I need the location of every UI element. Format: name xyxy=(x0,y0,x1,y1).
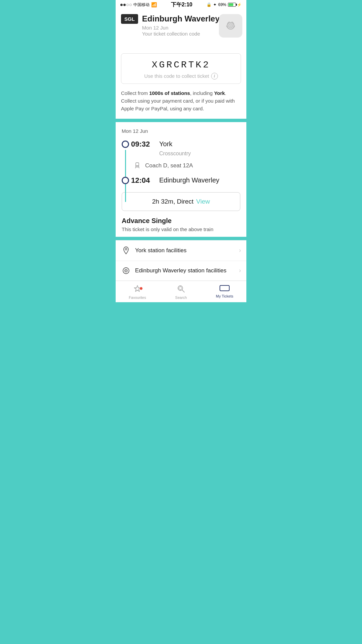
seat-detail: Coach D, seat 12A xyxy=(145,162,193,169)
svg-point-1 xyxy=(229,24,233,28)
svg-line-6 xyxy=(139,167,139,168)
york-pin-icon-wrap xyxy=(121,247,131,255)
facilities-section: York station facilities › Edinburgh Wave… xyxy=(116,240,246,281)
seat-icon xyxy=(134,161,142,169)
journey-timeline: 09:32 York Crosscountry Coach D, seat 12… xyxy=(122,139,240,186)
battery-box xyxy=(228,3,236,7)
departure-dot xyxy=(122,141,129,148)
arrival-time: 12:04 xyxy=(131,176,155,185)
collection-code[interactable]: XGRCRTK2 xyxy=(127,60,235,70)
york-pin-icon xyxy=(123,247,129,255)
svg-rect-17 xyxy=(220,285,229,291)
status-left: 中国移动 📶 xyxy=(120,2,157,8)
ticket-type: Advance Single xyxy=(122,217,240,225)
nav-item-favourites[interactable]: Favourites xyxy=(116,281,159,302)
battery-tip xyxy=(236,4,237,6)
seat-info-row: Coach D, seat 12A xyxy=(131,161,240,170)
info-icon[interactable]: i xyxy=(211,73,218,79)
journey-operator: Crosscountry xyxy=(159,151,240,157)
nav-item-search[interactable]: Search xyxy=(159,281,203,302)
ticket-badge: SGL xyxy=(121,14,138,24)
edinburgh-target-icon xyxy=(122,267,130,274)
departure-time: 09:32 xyxy=(131,140,155,149)
arrival-dot xyxy=(122,177,129,184)
status-time: 下午2:10 xyxy=(171,1,192,8)
svg-line-5 xyxy=(135,167,136,168)
fingerprint-icon[interactable] xyxy=(219,14,242,38)
svg-point-7 xyxy=(125,248,127,250)
favourites-badge xyxy=(139,287,143,290)
facility-row-edinburgh[interactable]: Edinburgh Waverley station facilities › xyxy=(116,261,246,281)
collection-code-box: XGRCRTK2 Use this code to collect ticket… xyxy=(121,53,241,84)
favourites-label: Favourites xyxy=(129,296,146,300)
battery-indicator: ⚡ xyxy=(228,3,242,7)
my-tickets-icon-wrap xyxy=(220,284,230,293)
svg-rect-4 xyxy=(136,166,139,167)
ticket-icon xyxy=(220,284,230,292)
journey-section: Mon 12 Jun 09:32 York Crosscountry xyxy=(116,122,246,237)
search-icon-wrap xyxy=(177,284,185,294)
signal-dot-3 xyxy=(126,4,129,6)
bottom-nav: Favourites Search My Tickets xyxy=(116,281,246,302)
header-top: SGL Edinburgh Waverley Mon 12 Jun Your t… xyxy=(121,14,241,37)
ticket-type-section: Advance Single This ticket is only valid… xyxy=(122,211,240,237)
main-wrapper: SGL Edinburgh Waverley Mon 12 Jun Your t… xyxy=(116,9,246,281)
fingerprint-svg xyxy=(223,18,238,33)
nav-item-my-tickets[interactable]: My Tickets xyxy=(203,281,246,302)
signal-dot-2 xyxy=(123,4,126,6)
lock-icon: 🔒 xyxy=(206,2,212,7)
bolt-icon: ⚡ xyxy=(237,3,242,7)
facility-row-york[interactable]: York station facilities › xyxy=(116,240,246,261)
journey-date: Mon 12 Jun xyxy=(122,128,240,134)
view-link[interactable]: View xyxy=(196,198,210,205)
status-bar: 中国移动 📶 下午2:10 🔒 ✦ 69% ⚡ xyxy=(116,0,246,9)
battery-percent: 69% xyxy=(218,2,226,7)
timeline-line xyxy=(125,150,126,202)
ticket-validity: This ticket is only valid on the above t… xyxy=(122,226,240,232)
signal-dots xyxy=(120,4,132,6)
svg-point-13 xyxy=(179,287,182,289)
signal-dot-1 xyxy=(120,4,123,6)
bluetooth-icon: ✦ xyxy=(213,2,217,7)
departure-station: York xyxy=(159,140,172,148)
code-hint-text: Use this code to collect ticket xyxy=(144,73,209,79)
svg-point-10 xyxy=(126,270,127,271)
header-card: SGL Edinburgh Waverley Mon 12 Jun Your t… xyxy=(116,9,246,119)
svg-line-12 xyxy=(182,290,185,292)
favourites-icon-wrap xyxy=(133,284,142,294)
wifi-icon: 📶 xyxy=(151,2,157,7)
arrival-station: Edinburgh Waverley xyxy=(159,176,219,184)
arrival-stop: 12:04 Edinburgh Waverley xyxy=(131,175,240,186)
battery-fill xyxy=(229,3,233,6)
york-facility-name: York station facilities xyxy=(135,247,239,254)
status-right: 🔒 ✦ 69% ⚡ xyxy=(206,2,242,7)
my-tickets-label: My Tickets xyxy=(216,294,233,298)
collect-info: Collect from 1000s of stations, includin… xyxy=(121,89,241,113)
edinburgh-pin-icon-wrap xyxy=(121,267,131,274)
duration-text: 2h 32m, Direct xyxy=(152,198,194,205)
svg-point-2 xyxy=(230,25,232,27)
duration-button[interactable]: 2h 32m, Direct View xyxy=(122,192,240,211)
code-hint-row: Use this code to collect ticket i xyxy=(127,73,235,79)
search-icon xyxy=(177,284,185,293)
departure-stop: 09:32 York xyxy=(131,139,240,150)
seat-icon-wrap xyxy=(134,161,142,170)
search-label: Search xyxy=(175,296,187,300)
edinburgh-facility-name: Edinburgh Waverley station facilities xyxy=(135,267,239,274)
edinburgh-chevron-icon: › xyxy=(239,267,241,274)
signal-dot-4 xyxy=(129,4,132,6)
carrier-name: 中国移动 xyxy=(133,2,149,8)
york-chevron-icon: › xyxy=(239,247,241,254)
